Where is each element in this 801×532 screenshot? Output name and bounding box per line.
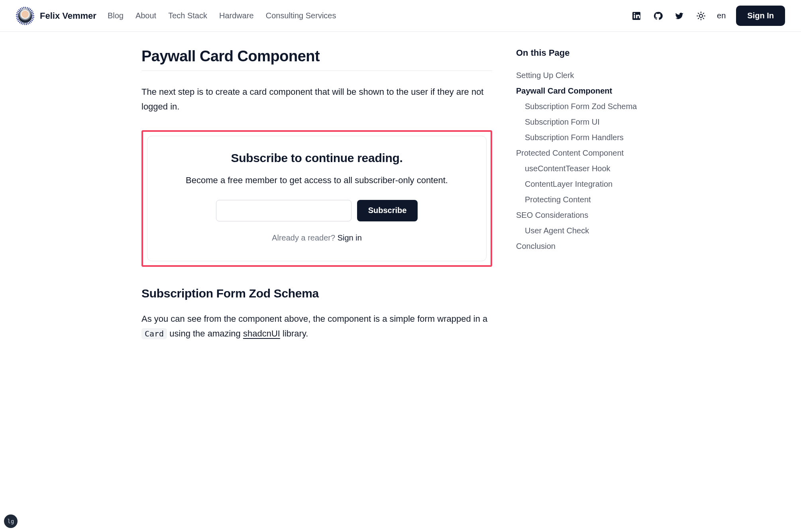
nav-hardware[interactable]: Hardware [219, 11, 254, 20]
toc-title: On this Page [516, 48, 660, 58]
toc-item[interactable]: ContentLayer Integration [516, 176, 660, 192]
linkedin-icon[interactable] [631, 10, 642, 22]
toc-item[interactable]: Protecting Content [516, 192, 660, 207]
svg-point-3 [699, 14, 703, 18]
p2-b: using the amazing [167, 329, 243, 338]
paywall-card: Subscribe to continue reading. Become a … [147, 136, 487, 261]
subscribe-button[interactable]: Subscribe [357, 200, 418, 221]
theme-toggle-icon[interactable] [695, 10, 707, 22]
paywall-title: Subscribe to continue reading. [163, 151, 470, 165]
paywall-subtitle: Become a free member to get access to al… [163, 175, 470, 186]
toc-item[interactable]: Subscription Form UI [516, 114, 660, 130]
toc-item[interactable]: useContentTeaser Hook [516, 161, 660, 176]
intro-paragraph: The next step is to create a card compon… [141, 84, 492, 114]
subscribe-form: Subscribe [163, 200, 470, 221]
nav-about[interactable]: About [135, 11, 156, 20]
primary-nav: Blog About Tech Stack Hardware Consultin… [108, 11, 336, 20]
language-switch[interactable]: en [717, 11, 726, 20]
toc-item[interactable]: Subscription Form Zod Schema [516, 99, 660, 114]
toc-list: Setting Up ClerkPaywall Card ComponentSu… [516, 68, 660, 254]
p2-c: library. [280, 329, 308, 338]
paywall-signin-link[interactable]: Sign in [338, 233, 362, 242]
brand-name: Felix Vemmer [40, 11, 96, 21]
article: Paywall Card Component The next step is … [141, 48, 492, 357]
brand-link[interactable]: Felix Vemmer [16, 7, 96, 25]
nav-blog[interactable]: Blog [108, 11, 124, 20]
paragraph-2: As you can see from the component above,… [141, 311, 492, 341]
toc-item[interactable]: Protected Content Component [516, 145, 660, 161]
site-header: Felix Vemmer Blog About Tech Stack Hardw… [0, 0, 801, 32]
toc-item[interactable]: Setting Up Clerk [516, 68, 660, 83]
email-input[interactable] [216, 200, 351, 221]
shadcnui-link[interactable]: shadcnUI [243, 329, 280, 338]
example-highlight-box: Subscribe to continue reading. Become a … [141, 130, 492, 267]
nav-consulting[interactable]: Consulting Services [266, 11, 336, 20]
already-prefix: Already a reader? [272, 233, 338, 242]
already-reader-line: Already a reader? Sign in [163, 233, 470, 243]
signin-button[interactable]: Sign In [736, 6, 785, 26]
page-grid: Paywall Card Component The next step is … [126, 32, 675, 389]
toc-item[interactable]: SEO Considerations [516, 207, 660, 223]
table-of-contents: On this Page Setting Up ClerkPaywall Car… [516, 48, 660, 357]
header-right: en Sign In [631, 6, 785, 26]
header-left: Felix Vemmer Blog About Tech Stack Hardw… [16, 7, 336, 25]
nav-tech-stack[interactable]: Tech Stack [168, 11, 207, 20]
svg-rect-1 [634, 15, 635, 18]
avatar [16, 7, 34, 25]
toc-item[interactable]: User Agent Check [516, 223, 660, 239]
subsection-heading: Subscription Form Zod Schema [141, 287, 492, 300]
inline-code-card: Card [141, 328, 167, 339]
toc-item[interactable]: Conclusion [516, 239, 660, 254]
twitter-icon[interactable] [674, 10, 685, 22]
p2-a: As you can see from the component above,… [141, 314, 487, 324]
svg-point-2 [634, 13, 635, 14]
toc-item[interactable]: Paywall Card Component [516, 83, 660, 99]
github-icon[interactable] [652, 10, 664, 22]
toc-item[interactable]: Subscription Form Handlers [516, 130, 660, 145]
section-heading: Paywall Card Component [141, 48, 492, 71]
